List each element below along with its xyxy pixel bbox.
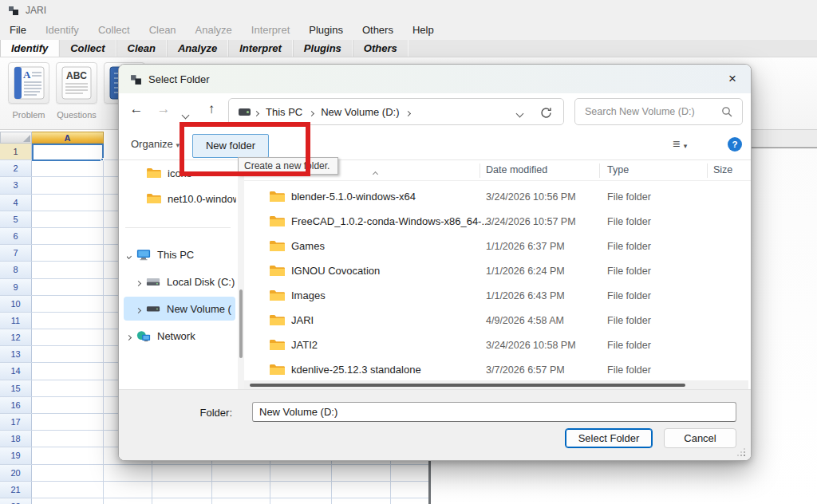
cell[interactable]	[32, 211, 104, 227]
chevron-right-icon[interactable]	[127, 330, 131, 342]
row-header[interactable]: 14	[0, 363, 32, 379]
address-dropdown-chevron-icon[interactable]	[517, 105, 523, 120]
cell[interactable]	[32, 498, 104, 504]
chevron-right-icon[interactable]	[136, 276, 140, 288]
file-row[interactable]: Games 1/1/2026 6:37 PM File folder	[244, 234, 752, 259]
questions-button[interactable]: ABC Questions	[54, 62, 99, 120]
folder-name-input[interactable]	[252, 402, 736, 422]
row-header[interactable]: 5	[0, 211, 32, 227]
cell[interactable]	[32, 279, 104, 295]
fill-handle[interactable]	[101, 158, 104, 161]
row-header[interactable]: 1	[0, 144, 32, 159]
row-header[interactable]: 9	[0, 279, 32, 295]
row-header[interactable]: 8	[0, 262, 32, 278]
menu-clean[interactable]: Clean	[140, 20, 186, 40]
row-header[interactable]: 7	[0, 245, 32, 261]
tab-others[interactable]: Others	[353, 40, 408, 57]
menu-help[interactable]: Help	[403, 20, 444, 40]
cell[interactable]	[32, 431, 104, 447]
row-header[interactable]: 4	[0, 195, 32, 211]
select-folder-button[interactable]: Select Folder	[565, 428, 653, 448]
cell[interactable]	[32, 346, 104, 362]
row-header[interactable]: 12	[0, 329, 32, 345]
address-bar[interactable]: This PC New Volume (D:)	[228, 98, 564, 125]
back-icon[interactable]: ←	[127, 101, 146, 117]
cell[interactable]	[32, 414, 104, 430]
file-row[interactable]: kdenlive-25.12.3 standalone 3/7/2026 6:5…	[244, 358, 752, 383]
tab-clean[interactable]: Clean	[116, 40, 167, 57]
view-options-icon[interactable]: ≡ ▾	[673, 137, 687, 152]
refresh-icon[interactable]	[540, 107, 552, 119]
tab-plugins[interactable]: Plugins	[293, 40, 353, 57]
horizontal-scrollbar[interactable]	[244, 380, 748, 389]
menu-collect[interactable]: Collect	[89, 20, 140, 40]
row-header[interactable]: 20	[0, 465, 32, 481]
select-all-corner[interactable]	[0, 132, 32, 144]
row-header[interactable]: 21	[0, 482, 32, 498]
chevron-right-icon[interactable]	[136, 303, 140, 315]
menu-plugins[interactable]: Plugins	[299, 20, 353, 40]
row-header[interactable]: 11	[0, 313, 32, 329]
horizontal-scrollbar-thumb[interactable]	[250, 384, 685, 387]
cell[interactable]	[32, 228, 104, 244]
tree-item-net10-windows[interactable]: net10.0-window	[146, 189, 236, 208]
menu-analyze[interactable]: Analyze	[186, 20, 242, 40]
file-row[interactable]: JATI2 3/24/2026 10:58 PM File folder	[244, 333, 752, 358]
resize-grip[interactable]	[744, 455, 745, 456]
tree-item-network[interactable]: Network	[127, 326, 195, 345]
cell[interactable]	[32, 177, 104, 193]
breadcrumb-new-volume[interactable]: New Volume (D:)	[321, 106, 399, 118]
search-input[interactable]	[585, 100, 712, 124]
breadcrumb-this-pc[interactable]: This PC	[266, 106, 302, 118]
row-header[interactable]: 22	[0, 498, 32, 504]
tree-scrollbar-thumb[interactable]	[239, 289, 243, 358]
row-header[interactable]: 10	[0, 296, 32, 312]
cell[interactable]	[32, 380, 104, 396]
file-row[interactable]: IGNOU Covocation 1/1/2026 6:24 PM File f…	[244, 259, 752, 284]
column-header-size[interactable]: Size	[713, 164, 732, 175]
cancel-button[interactable]: Cancel	[664, 428, 736, 448]
tab-analyze[interactable]: Analyze	[167, 40, 228, 57]
tab-collect[interactable]: Collect	[59, 40, 116, 57]
cell[interactable]	[32, 296, 104, 312]
tree-item-local-disk-c[interactable]: Local Disk (C:)	[136, 272, 235, 291]
file-row[interactable]: blender-5.1.0-windows-x64 3/24/2026 10:5…	[244, 185, 752, 210]
column-header-date-modified[interactable]: Date modified	[486, 164, 547, 175]
cell[interactable]	[32, 465, 104, 481]
tree-item-new-volume-d[interactable]: New Volume (	[136, 299, 234, 318]
tab-interpret[interactable]: Interpret	[228, 40, 293, 57]
row-header[interactable]: 15	[0, 380, 32, 396]
chevron-down-icon[interactable]	[127, 249, 131, 261]
cell[interactable]	[32, 313, 104, 329]
tree-item-this-pc[interactable]: This PC	[127, 245, 194, 264]
file-row[interactable]: FreeCAD_1.0.2-conda-Windows-x86_64-... 3…	[244, 210, 752, 234]
file-row[interactable]: Images 1/1/2026 6:43 PM File folder	[244, 284, 752, 309]
tab-identify[interactable]: Identify	[0, 40, 59, 57]
row-header[interactable]: 17	[0, 414, 32, 430]
cell[interactable]	[32, 195, 104, 211]
column-header-type[interactable]: Type	[607, 164, 629, 175]
menu-identify[interactable]: Identify	[36, 20, 89, 40]
file-row[interactable]: JARI 4/9/2026 4:58 AM File folder	[244, 309, 752, 333]
recent-locations-chevron-icon[interactable]	[183, 107, 188, 121]
cell[interactable]	[32, 447, 104, 463]
row-header[interactable]: 13	[0, 346, 32, 362]
cell[interactable]	[32, 262, 104, 278]
up-icon[interactable]: ↑	[202, 101, 221, 117]
cell[interactable]	[32, 397, 104, 413]
row-header[interactable]: 16	[0, 397, 32, 413]
cell[interactable]	[32, 482, 104, 498]
forward-icon[interactable]: →	[154, 101, 173, 117]
dialog-titlebar[interactable]: Select Folder	[119, 65, 751, 93]
menu-file[interactable]: File	[0, 20, 36, 40]
row-header[interactable]: 18	[0, 431, 32, 447]
cell[interactable]	[32, 160, 104, 176]
cell[interactable]	[32, 363, 104, 379]
close-icon[interactable]: ×	[720, 69, 744, 89]
menu-interpret[interactable]: Interpret	[242, 20, 299, 40]
row-header[interactable]: 6	[0, 228, 32, 244]
organize-button[interactable]: Organize ▾	[131, 138, 180, 150]
column-header-a[interactable]: A	[32, 132, 104, 144]
row-header[interactable]: 19	[0, 447, 32, 463]
menu-others[interactable]: Others	[353, 20, 403, 40]
